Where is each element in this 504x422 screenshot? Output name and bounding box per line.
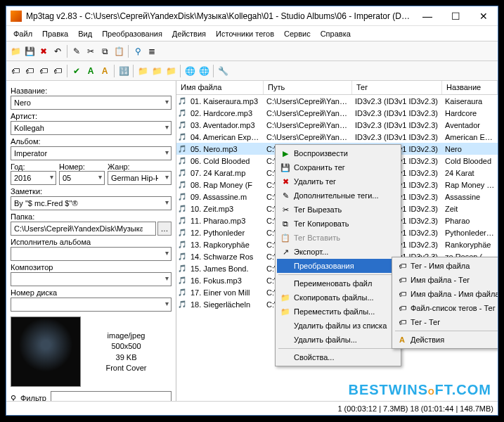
sm-filelist-tag[interactable]: 🏷Файл-список тегов - Тег xyxy=(394,301,498,315)
menu-Преобразования[interactable]: Преобразования xyxy=(98,28,167,39)
paste-icon[interactable]: 📋 xyxy=(112,45,125,58)
cell-title: Hardcore xyxy=(442,109,498,117)
sm-actions[interactable]: AДействия▶ xyxy=(394,333,498,347)
tag-panel: Название: Артист: Альбом: Год: Номер: Жа… xyxy=(6,81,176,401)
sm-tag-filename[interactable]: 🏷Тег - Имя файла xyxy=(394,259,498,273)
col-tag[interactable]: Тег xyxy=(352,81,442,94)
disc-label: Номер диска xyxy=(11,288,172,297)
tb-icon[interactable]: 📁 xyxy=(164,65,177,77)
cm-delete-files[interactable]: Удалить файлы... xyxy=(277,333,399,347)
col-path[interactable]: Путь xyxy=(264,81,352,94)
sm-filename-tag[interactable]: 🏷Имя файла - Тег xyxy=(394,273,498,287)
table-row[interactable]: 🎵02. Hardcore.mp3C:\Users\Сергей\Yande..… xyxy=(176,107,498,119)
cm-copy-files[interactable]: 📁Скопировать файлы... xyxy=(277,290,399,305)
cm-copy[interactable]: ⧉Тег Копировать xyxy=(277,217,399,231)
cm-move-files[interactable]: 📁Переместить файлы... xyxy=(277,305,399,319)
cm-rename[interactable]: Переименовать файл xyxy=(277,276,399,290)
tb-icon[interactable]: 🔢 xyxy=(117,65,130,77)
tb-icon[interactable]: 📁 xyxy=(150,65,163,77)
tb-icon[interactable]: A xyxy=(98,65,111,77)
browse-folder-button[interactable]: … xyxy=(157,222,172,236)
cut-icon[interactable]: ✂ xyxy=(84,45,97,58)
maximize-button[interactable]: ☐ xyxy=(441,6,470,26)
tb-icon[interactable]: 🌐 xyxy=(198,65,210,77)
cm-play[interactable]: ▶Воспроизвести xyxy=(277,146,399,160)
filter-icon[interactable]: ⚲ xyxy=(131,45,144,58)
cm-transform[interactable]: Преобразования▶ xyxy=(277,259,399,273)
cell-path: C:\Users\Сергей\Yande... xyxy=(264,121,352,129)
cm-properties[interactable]: Свойства... xyxy=(277,350,399,364)
menu-Действия[interactable]: Действия xyxy=(168,28,210,39)
cover-info: image/jpeg 500x500 39 KB Front Cover xyxy=(81,316,172,387)
track-field[interactable] xyxy=(59,171,105,185)
notes-field[interactable] xyxy=(11,196,172,210)
menu-Вид[interactable]: Вид xyxy=(74,28,96,39)
album-field[interactable] xyxy=(11,146,172,160)
table-row[interactable]: 🎵04. American Express (F...C:\Users\Серг… xyxy=(176,131,498,143)
genre-field[interactable] xyxy=(108,171,172,185)
tag-icon: 🏷 xyxy=(396,304,408,312)
cover-image[interactable] xyxy=(11,316,81,387)
cm-cut[interactable]: ✂Тег Вырезать xyxy=(277,203,399,217)
cm-remove-from-list[interactable]: Удалить файлы из списка xyxy=(277,319,399,333)
audio-icon: 🎵 xyxy=(176,229,188,236)
table-row[interactable]: 🎵01. Kaiseraura.mp3C:\Users\Сергей\Yande… xyxy=(176,95,498,107)
menu-Справка[interactable]: Справка xyxy=(316,28,355,39)
menu-Правка[interactable]: Правка xyxy=(38,28,72,39)
folder-field[interactable] xyxy=(11,222,156,236)
filter-input[interactable] xyxy=(51,391,172,401)
tb-icon[interactable]: 🏷 xyxy=(51,65,64,77)
cm-save-tag[interactable]: 💾Сохранить тег xyxy=(277,160,399,174)
composer-field[interactable] xyxy=(11,272,172,286)
cell-title: Kaiseraura xyxy=(442,97,498,106)
albumartist-label: Исполнитель альбома xyxy=(11,238,172,246)
sm-tag-tag[interactable]: 🏷Тег - Тег xyxy=(394,315,498,329)
audio-icon: 🎵 xyxy=(176,300,188,308)
col-title[interactable]: Название xyxy=(442,81,498,94)
disc-field[interactable] xyxy=(11,298,172,312)
tb-icon[interactable]: 🏷 xyxy=(37,65,50,77)
list-header: Имя файла Путь Тег Название xyxy=(176,81,498,95)
playlist-icon[interactable]: ≣ xyxy=(146,45,158,58)
year-field[interactable] xyxy=(11,171,56,185)
sm-filename-filename[interactable]: 🏷Имя файла - Имя файла xyxy=(394,287,498,301)
edit-icon[interactable]: ✎ xyxy=(70,45,83,58)
cm-more-tags[interactable]: ✎Дополнительные теги... xyxy=(277,188,399,203)
artist-field[interactable] xyxy=(11,121,172,135)
menu-Источники тегов[interactable]: Источники тегов xyxy=(212,28,278,39)
copy-icon[interactable]: ⧉ xyxy=(98,45,111,58)
menu-Файл[interactable]: Файл xyxy=(9,28,37,39)
name-label: Название: xyxy=(11,87,172,95)
tb-icon[interactable]: A xyxy=(84,65,97,77)
tag-icon: 🏷 xyxy=(396,290,408,298)
tb-icon[interactable]: 🏷 xyxy=(9,65,22,77)
table-row[interactable]: 🎵03. Aventador.mp3C:\Users\Сергей\Yande.… xyxy=(176,119,498,131)
toolbar-2: 🏷 🏷 🏷 🏷 ✔ A A 🔢 📁 📁 📁 🌐 🌐 🔧 xyxy=(6,61,498,81)
tb-icon[interactable]: 📁 xyxy=(136,65,149,77)
cm-export[interactable]: ↗Экспорт... xyxy=(277,245,399,259)
audio-icon: 🎵 xyxy=(176,193,188,200)
tb-icon[interactable]: ✔ xyxy=(70,65,83,77)
cell-filename: 11. Pharao.mp3 xyxy=(188,217,264,225)
menu-Сервис[interactable]: Сервис xyxy=(280,28,315,39)
settings-icon[interactable]: 🔧 xyxy=(217,65,229,77)
tb-icon[interactable]: 🏷 xyxy=(23,65,36,77)
tb-icon[interactable]: 🌐 xyxy=(183,65,196,77)
cell-filename: 02. Hardcore.mp3 xyxy=(188,109,264,117)
cell-filename: 16. Fokus.mp3 xyxy=(188,276,264,285)
close-button[interactable]: ✕ xyxy=(470,6,498,26)
cell-filename: 09. Assassine.m xyxy=(188,193,264,201)
tag-icon: 🏷 xyxy=(396,318,408,326)
save-icon[interactable]: 💾 xyxy=(23,45,36,58)
delete-tag-icon[interactable]: ✖ xyxy=(37,45,50,58)
cell-filename: 14. Schwarze Ros xyxy=(188,252,264,261)
minimize-button[interactable]: — xyxy=(413,6,441,26)
albumartist-field[interactable] xyxy=(11,247,172,261)
cm-delete-tag[interactable]: ✖Удалить тег xyxy=(277,174,399,188)
col-filename[interactable]: Имя файла xyxy=(176,81,264,94)
filter-label: Фильтр xyxy=(20,394,46,401)
undo-icon[interactable]: ↶ xyxy=(51,45,64,58)
open-folder-icon[interactable]: 📁 xyxy=(9,45,22,58)
actions-icon: A xyxy=(396,335,408,344)
name-field[interactable] xyxy=(11,96,172,110)
